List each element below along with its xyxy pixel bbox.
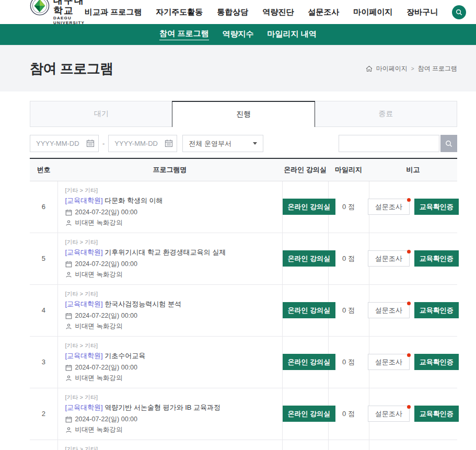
survey-button[interactable]: 설문조사 [368,354,410,370]
online-classroom-cell: 온라인 강의실 [282,336,328,388]
program-category: [기타 > 기타] [65,445,275,450]
table-row: 3 [기타 > 기타] [교육대학원] 기초수어교육 2024-07-22(일)… [30,336,457,388]
program-cell: [기타 > 기타] [교육대학원] 다문화 학생의 이해 2024-07-22(… [57,181,282,233]
program-cell: [기타 > 기타] [교육대학원] 기초수어교육 2024-07-22(일) 0… [57,336,282,388]
calendar-icon [65,364,72,371]
search-icon [456,9,462,16]
nav-item-counseling[interactable]: 통합상담 [217,7,248,17]
online-classroom-button[interactable]: 온라인 강의실 [283,250,336,267]
program-method: 비대면 녹화강의 [75,270,123,279]
logo-english-name: DAEGU UNIVERSITY [53,16,85,25]
education-certificate-button[interactable]: 교육확인증 [414,406,459,422]
survey-button[interactable]: 설문조사 [368,199,410,215]
breadcrumb-mypage[interactable]: 마이페이지 [376,64,408,73]
tab-waiting[interactable]: 대기 [30,101,172,127]
keyword-search-button[interactable] [440,135,457,152]
program-date: 2024-07-22(일) 00:00 [75,260,138,269]
search-group [339,135,457,152]
mileage-cell: 0 점 [328,440,369,450]
col-header-note: 비고 [369,158,457,181]
program-cell: [기타 > 기타] [교육대학원] 한국사검정능력시험 분석 2024-07-2… [57,284,282,336]
education-certificate-button[interactable]: 교육확인증 [414,302,459,318]
nav-item-self-directed[interactable]: 자기주도활동 [156,7,203,17]
calendar-icon[interactable] [165,139,173,147]
note-cell: 설문조사 교육확인증 [369,388,457,440]
program-cell: [기타 > 기타] [교육대학원] AI DT(디지털교과서)의 개발 현황과 … [57,440,282,450]
note-cell: 설문조사 교육확인증 [369,233,457,284]
education-certificate-button[interactable]: 교육확인증 [414,250,459,267]
program-title-link[interactable]: 기후위기시대 학교 환경생태교육의 실제 [105,248,226,256]
university-logo[interactable]: 대구대학교 DAEGU UNIVERSITY [30,0,85,25]
calendar-icon [65,313,72,319]
keyword-search-input[interactable] [339,135,439,152]
online-classroom-cell: 온라인 강의실 [282,233,328,284]
program-category: [기타 > 기타] [65,290,275,298]
row-number: 6 [30,181,57,233]
table-row: 2 [기타 > 기타] [교육대학원] 역량기반 서논술형 평가와 IB 교육과… [30,388,457,440]
online-classroom-button[interactable]: 온라인 강의실 [283,199,336,215]
online-classroom-cell: 온라인 강의실 [282,440,328,450]
note-cell: 설문조사 교육확인증 [369,336,457,388]
program-title-link[interactable]: 다문화 학생의 이해 [105,197,162,204]
breadcrumb-separator: > [411,66,414,72]
education-certificate-button[interactable]: 교육확인증 [414,354,459,370]
university-emblem-icon [30,0,50,16]
person-icon [65,323,72,330]
nav-item-programs[interactable]: 비교과 프로그램 [85,7,142,17]
nav-item-competency[interactable]: 역량진단 [262,7,294,17]
program-title-link[interactable]: 역량기반 서논술형 평가와 IB 교육과정 [105,403,220,411]
online-classroom-button[interactable]: 온라인 강의실 [283,302,336,318]
nav-item-mypage[interactable]: 마이페이지 [353,7,392,17]
subnav: 참여 프로그램 역량지수 마일리지 내역 [0,24,476,45]
subnav-item-mileage-history[interactable]: 마일리지 내역 [268,29,317,40]
search-icon [445,140,452,147]
note-cell: 설문조사 교육확인증 [369,440,457,450]
subnav-item-competency-index[interactable]: 역량지수 [223,29,254,40]
calendar-icon[interactable] [86,139,95,147]
program-category: [기타 > 기타] [65,187,275,194]
education-certificate-button[interactable]: 교육확인증 [414,199,459,215]
program-organization-link[interactable]: [교육대학원] [65,248,103,256]
program-organization-link[interactable]: [교육대학원] [65,352,103,360]
department-select[interactable]: 전체 운영부서 [182,135,263,152]
row-number: 5 [30,233,57,284]
program-title-link[interactable]: 기초수어교육 [105,352,145,360]
tab-ended[interactable]: 종료 [315,101,457,127]
tab-in-progress[interactable]: 진행 [172,101,315,127]
online-classroom-cell: 온라인 강의실 [282,388,328,440]
logo-korean-name: 대구대학교 [53,0,85,16]
program-organization-link[interactable]: [교육대학원] [65,300,103,308]
survey-button[interactable]: 설문조사 [368,250,410,267]
breadcrumb-current[interactable]: 참여 프로그램 [418,64,457,73]
program-category: [기타 > 기타] [65,342,275,350]
status-tabs: 대기 진행 종료 [30,101,457,127]
online-classroom-button[interactable]: 온라인 강의실 [283,354,336,370]
home-icon[interactable] [366,65,373,72]
chevron-down-icon [253,142,257,145]
survey-button[interactable]: 설문조사 [368,302,410,318]
nav-item-survey[interactable]: 설문조사 [308,7,339,17]
note-cell: 설문조사 교육확인증 [369,284,457,336]
table-row: 4 [기타 > 기타] [교육대학원] 한국사검정능력시험 분석 2024-07… [30,284,457,336]
main-content: 대기 진행 종료 - 전체 운영부서 번호 프로그램명 [30,101,457,450]
online-classroom-button[interactable]: 온라인 강의실 [283,406,336,422]
program-title-link[interactable]: 한국사검정능력시험 분석 [105,300,181,308]
program-organization-link[interactable]: [교육대학원] [65,403,103,411]
date-range-separator: - [102,140,105,147]
top-header: 대구대학교 DAEGU UNIVERSITY 비교과 프로그램 자기주도활동 통… [0,0,476,24]
survey-button[interactable]: 설문조사 [368,406,410,422]
program-table: 번호 프로그램명 온라인 강의실 마일리지 비고 6 [기타 > 기타] [교육… [30,158,457,450]
program-organization-link[interactable]: [교육대학원] [65,197,103,204]
program-method: 비대면 녹화강의 [75,425,123,434]
col-header-mileage: 마일리지 [328,158,369,181]
top-nav: 비교과 프로그램 자기주도활동 통합상담 역량진단 설문조사 마이페이지 장바구… [85,5,466,19]
col-header-program-name: 프로그램명 [57,158,282,181]
calendar-icon [65,261,72,268]
nav-item-cart[interactable]: 장바구니 [407,7,438,17]
row-number: 2 [30,388,57,440]
program-date: 2024-07-22(일) 00:00 [75,208,138,217]
subnav-item-participation[interactable]: 참여 프로그램 [159,29,208,40]
header-search-button[interactable] [452,5,466,19]
program-method: 비대면 녹화강의 [75,218,123,227]
page-head: 참여 프로그램 마이페이지 > 참여 프로그램 [0,45,476,91]
